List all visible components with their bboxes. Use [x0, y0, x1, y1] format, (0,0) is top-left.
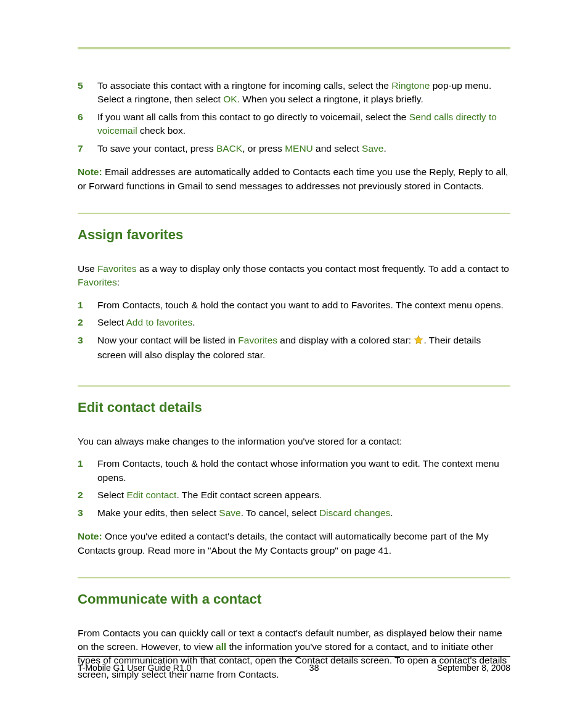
list-item: 5 To associate this contact with a ringt… [78, 79, 510, 110]
text: . The Edit contact screen appears. [176, 490, 322, 500]
step-number: 2 [78, 488, 97, 506]
text: Make your edits, then select [97, 507, 219, 518]
numbered-list-favorites: 1 From Contacts, touch & hold the contac… [78, 298, 510, 366]
text: . [390, 507, 393, 518]
step-number: 2 [78, 316, 97, 333]
keyword-save: Save [362, 143, 383, 154]
keyword-ringtone: Ringtone [391, 80, 430, 91]
text: : [117, 277, 120, 287]
step-text: Make your edits, then select Save. To ca… [97, 506, 510, 523]
step-number: 1 [78, 457, 97, 488]
step-text: Now your contact will be listed in Favor… [97, 334, 510, 366]
step-text: To save your contact, press BACK, or pre… [97, 142, 510, 159]
text: , or press [242, 143, 285, 154]
step-number: 5 [78, 79, 97, 110]
step-number: 3 [78, 334, 97, 366]
step-number: 3 [78, 506, 97, 523]
heading-edit-contact-details: Edit contact details [78, 398, 510, 417]
note-label: Note: [78, 166, 102, 177]
text: and select [313, 143, 362, 154]
top-rule [78, 47, 510, 49]
text: Now your contact will be listed in [97, 335, 238, 345]
star-icon [414, 335, 423, 348]
step-number: 6 [78, 110, 97, 142]
text: as a way to display only those contacts … [137, 263, 509, 274]
intro-paragraph: Use Favorites as a way to display only t… [78, 262, 510, 290]
keyword-edit-contact: Edit contact [126, 490, 176, 500]
keyword-favorites: Favorites [238, 335, 277, 345]
text: . [383, 143, 386, 154]
numbered-list-top: 5 To associate this contact with a ringt… [78, 79, 510, 159]
footer-title: T-Mobile G1 User Guide R1.0 [78, 662, 191, 674]
keyword-menu: MENU [285, 143, 313, 154]
section-rule [78, 385, 510, 387]
note-label: Note: [78, 531, 102, 541]
heading-communicate-contact: Communicate with a contact [78, 589, 510, 609]
list-item: 1 From Contacts, touch & hold the contac… [78, 457, 510, 488]
list-item: 2 Select Edit contact. The Edit contact … [78, 488, 510, 506]
document-page: 5 To associate this contact with a ringt… [0, 0, 588, 706]
section-rule [78, 577, 510, 578]
heading-assign-favorites: Assign favorites [78, 225, 510, 245]
text: check box. [137, 125, 186, 136]
step-number: 1 [78, 298, 97, 316]
keyword-back: BACK [216, 143, 242, 154]
keyword-favorites: Favorites [97, 263, 137, 274]
text: Use [78, 263, 97, 274]
note-paragraph: Note: Email addresses are automatically … [78, 165, 510, 193]
footer-row: T-Mobile G1 User Guide R1.0 38 September… [78, 662, 510, 674]
list-item: 3 Now your contact will be listed in Fav… [78, 334, 510, 366]
text: . When you select a ringtone, it plays b… [237, 94, 423, 104]
keyword-add-to-favorites: Add to favorites [126, 317, 193, 327]
keyword-favorites: Favorites [78, 277, 117, 287]
footer-date: September 8, 2008 [437, 662, 510, 674]
footer-page-number: 38 [309, 662, 319, 674]
keyword-discard-changes: Discard changes [319, 507, 390, 518]
step-number: 7 [78, 142, 97, 159]
list-item: 6 If you want all calls from this contac… [78, 110, 510, 142]
step-text: To associate this contact with a rington… [97, 79, 510, 110]
section-rule [78, 213, 510, 214]
numbered-list-edit: 1 From Contacts, touch & hold the contac… [78, 457, 510, 523]
text: If you want all calls from this contact … [97, 112, 409, 122]
page-footer: T-Mobile G1 User Guide R1.0 38 September… [78, 656, 510, 674]
text: . To cancel, select [241, 507, 319, 518]
note-text: Once you've edited a contact's details, … [78, 531, 489, 555]
text: . [192, 317, 195, 327]
step-text: Select Edit contact. The Edit contact sc… [97, 488, 510, 506]
keyword-ok: OK [223, 94, 237, 104]
keyword-all: all [216, 641, 226, 652]
step-text: From Contacts, touch & hold the contact … [97, 457, 510, 488]
note-paragraph: Note: Once you've edited a contact's det… [78, 530, 510, 557]
note-text: Email addresses are automatically added … [78, 166, 508, 191]
text: To save your contact, press [97, 143, 216, 154]
text: To associate this contact with a rington… [97, 80, 391, 91]
text: Select [97, 317, 126, 327]
step-text: If you want all calls from this contact … [97, 110, 510, 142]
list-item: 2 Select Add to favorites. [78, 316, 510, 333]
list-item: 1 From Contacts, touch & hold the contac… [78, 298, 510, 316]
step-text: Select Add to favorites. [97, 316, 510, 333]
list-item: 7 To save your contact, press BACK, or p… [78, 142, 510, 159]
list-item: 3 Make your edits, then select Save. To … [78, 506, 510, 523]
intro-paragraph: You can always make changes to the infor… [78, 435, 510, 448]
step-text: From Contacts, touch & hold the contact … [97, 298, 510, 316]
keyword-save: Save [219, 507, 240, 518]
text: and display with a colored star: [277, 335, 414, 345]
text: Select [97, 490, 126, 500]
footer-rule [78, 656, 510, 657]
